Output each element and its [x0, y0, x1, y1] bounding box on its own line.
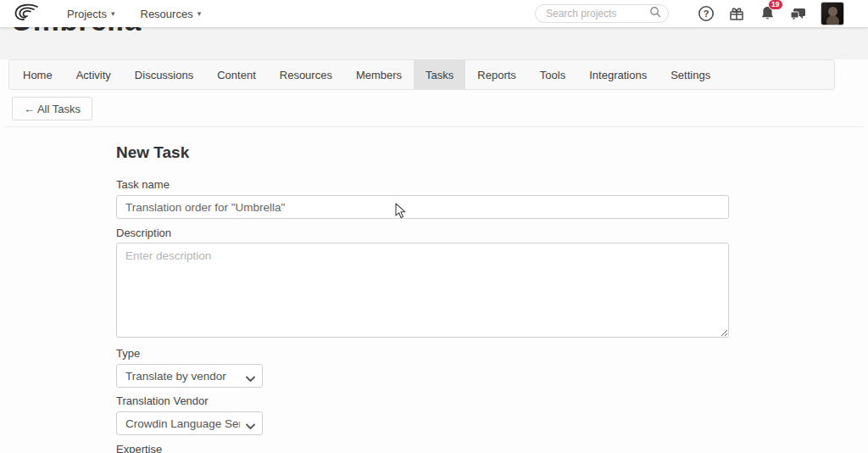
- project-tabbar: Home Activity Discussions Content Resour…: [8, 59, 835, 90]
- type-select[interactable]: Translate by vendor: [116, 364, 263, 388]
- expertise-label: Expertise: [116, 443, 162, 453]
- notification-badge: 19: [768, 0, 783, 10]
- type-label: Type: [116, 347, 140, 360]
- all-tasks-back-button[interactable]: ← All Tasks: [12, 97, 92, 120]
- menu-projects-label: Projects: [67, 8, 107, 20]
- section-divider: [4, 126, 864, 127]
- menu-resources[interactable]: Resources ▾: [141, 8, 202, 20]
- type-select-value: Translate by vendor: [125, 370, 240, 383]
- menu-resources-label: Resources: [141, 8, 193, 20]
- tab-integrations[interactable]: Integrations: [577, 60, 659, 89]
- chevron-down-icon: ▾: [198, 9, 202, 18]
- tab-settings[interactable]: Settings: [659, 60, 722, 89]
- tab-tasks[interactable]: Tasks: [414, 60, 465, 89]
- crowdin-swirl-logo[interactable]: [11, 3, 42, 25]
- chevron-down-icon: [246, 420, 255, 433]
- tab-resources[interactable]: Resources: [268, 60, 344, 89]
- user-avatar[interactable]: [821, 2, 844, 25]
- vendor-select[interactable]: Crowdin Language Service: [116, 411, 263, 435]
- tab-activity[interactable]: Activity: [64, 60, 123, 89]
- tab-reports[interactable]: Reports: [465, 60, 528, 89]
- chevron-down-icon: [246, 372, 255, 385]
- header-right-cluster: ? 19: [535, 2, 844, 25]
- gift-icon[interactable]: [727, 4, 746, 23]
- messages-icon[interactable]: [788, 4, 807, 23]
- vendor-select-value: Crowdin Language Service: [125, 417, 240, 430]
- search-input[interactable]: [546, 8, 649, 20]
- form-title: New Task: [116, 143, 189, 162]
- task-name-input[interactable]: [116, 195, 729, 219]
- tab-tools[interactable]: Tools: [528, 60, 577, 89]
- notifications-bell-icon[interactable]: 19: [758, 4, 776, 23]
- svg-text:?: ?: [704, 8, 709, 19]
- tab-discussions[interactable]: Discussions: [123, 60, 205, 89]
- description-textarea[interactable]: [116, 243, 729, 338]
- search-box[interactable]: [535, 4, 669, 23]
- description-label: Description: [116, 226, 171, 239]
- task-name-label: Task name: [116, 178, 170, 191]
- tab-home[interactable]: Home: [9, 60, 64, 89]
- help-icon[interactable]: ?: [697, 4, 715, 23]
- menu-projects[interactable]: Projects ▾: [67, 8, 115, 20]
- chevron-down-icon: ▾: [111, 9, 115, 18]
- vendor-label: Translation Vendor: [116, 394, 209, 407]
- tab-content[interactable]: Content: [205, 60, 268, 89]
- search-icon[interactable]: [649, 6, 661, 21]
- top-header: Projects ▾ Resources ▾ ? 19: [0, 0, 868, 27]
- tab-members[interactable]: Members: [344, 60, 414, 89]
